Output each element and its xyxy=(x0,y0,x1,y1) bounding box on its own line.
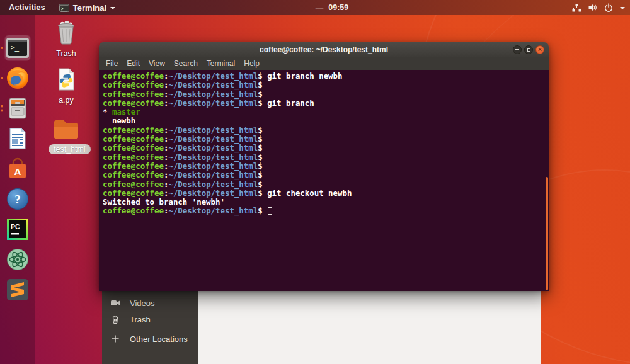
terminal-cursor xyxy=(268,207,272,215)
minimize-button[interactable] xyxy=(513,45,522,54)
terminal-line: * master xyxy=(103,108,549,117)
menu-edit[interactable]: Edit xyxy=(122,57,144,70)
close-icon: ✕ xyxy=(537,47,542,53)
folder-icon xyxy=(52,117,81,140)
sublime-text-icon xyxy=(6,278,30,302)
libreoffice-writer-icon xyxy=(6,127,30,151)
clock-button[interactable]: — 09:59 xyxy=(316,3,348,12)
terminal-line: coffee@coffee:~/Desktop/test_html$ xyxy=(103,135,549,144)
terminal-line: coffee@coffee:~/Desktop/test_html$ xyxy=(103,81,549,89)
dock: >_ xyxy=(0,15,35,364)
terminal-line: coffee@coffee:~/Desktop/test_html$ xyxy=(103,162,549,171)
ubuntu-software-icon: A xyxy=(6,157,30,181)
terminal-window: coffee@coffee: ~/Desktop/test_html ✕ Fil… xyxy=(99,42,549,291)
svg-text:A: A xyxy=(14,166,21,177)
pycharm-icon: PC xyxy=(6,217,30,241)
maximize-button[interactable] xyxy=(524,45,533,54)
terminal-line: newbh xyxy=(103,117,549,125)
atom-icon xyxy=(6,247,30,271)
app-menu-button[interactable]: Terminal xyxy=(54,0,120,15)
desktop-icon-trash[interactable]: Trash xyxy=(49,19,84,58)
help-icon: ? xyxy=(6,187,30,211)
menu-terminal[interactable]: Terminal xyxy=(202,57,239,70)
files-sidebar: Videos Trash Other Locations xyxy=(102,286,198,364)
terminal-line: coffee@coffee:~/Desktop/test_html$ xyxy=(103,207,549,215)
system-status-area[interactable] xyxy=(572,0,625,15)
notification-indicator: — xyxy=(316,3,324,12)
menu-view[interactable]: View xyxy=(144,57,169,70)
desktop-icon-test-html[interactable]: test_html xyxy=(49,117,84,154)
python-file-icon xyxy=(54,67,79,92)
dock-item-libreoffice-writer[interactable] xyxy=(5,126,30,151)
network-icon xyxy=(572,4,581,12)
menu-help[interactable]: Help xyxy=(239,57,264,70)
app-menu-label: Terminal xyxy=(73,3,106,13)
chevron-down-icon xyxy=(620,7,625,9)
desktop-icon-label: Trash xyxy=(49,49,84,58)
running-indicator xyxy=(1,47,3,49)
dock-item-sublime-text[interactable] xyxy=(5,277,30,302)
terminal-line: coffee@coffee:~/Desktop/test_html$ xyxy=(103,180,549,189)
dock-item-firefox[interactable] xyxy=(5,65,30,91)
running-indicator xyxy=(1,105,3,112)
maximize-icon xyxy=(527,48,530,52)
desktop-icon-label: test_html xyxy=(49,144,91,154)
svg-text:PC: PC xyxy=(11,223,20,230)
sidebar-item-label: Other Locations xyxy=(130,334,188,344)
power-icon xyxy=(604,3,613,12)
svg-text:?: ? xyxy=(14,193,21,206)
sidebar-item-label: Videos xyxy=(130,299,155,308)
sidebar-item-label: Trash xyxy=(130,315,151,324)
terminal-line: coffee@coffee:~/Desktop/test_html$ xyxy=(103,153,549,162)
terminal-line: coffee@coffee:~/Desktop/test_html$ xyxy=(103,171,549,179)
window-title: coffee@coffee: ~/Desktop/test_html xyxy=(260,45,388,54)
terminal-line: coffee@coffee:~/Desktop/test_html$ xyxy=(103,144,549,152)
sidebar-item-videos[interactable]: Videos xyxy=(102,295,198,311)
terminal-menubar: File Edit View Search Terminal Help xyxy=(99,57,549,70)
desktop-icon-label: a.py xyxy=(49,96,84,105)
running-indicator xyxy=(1,77,3,79)
dock-item-terminal[interactable]: >_ xyxy=(5,35,30,60)
terminal-line: coffee@coffee:~/Desktop/test_html$ xyxy=(103,126,549,135)
clock-label: 09:59 xyxy=(328,3,348,12)
terminal-mini-icon xyxy=(59,4,69,12)
menu-search[interactable]: Search xyxy=(169,57,202,70)
menu-file[interactable]: File xyxy=(101,57,122,70)
terminal-app-icon: >_ xyxy=(6,36,30,60)
sidebar-item-other-locations[interactable]: Other Locations xyxy=(102,331,198,347)
files-content-area[interactable] xyxy=(198,286,541,364)
svg-text:>_: >_ xyxy=(11,43,20,52)
activities-button[interactable]: Activities xyxy=(0,0,54,15)
firefox-icon xyxy=(6,66,30,90)
terminal-titlebar[interactable]: coffee@coffee: ~/Desktop/test_html ✕ xyxy=(99,42,549,57)
trash-full-icon xyxy=(54,19,79,45)
volume-icon xyxy=(588,4,597,11)
dock-item-atom[interactable] xyxy=(5,247,30,272)
terminal-output[interactable]: coffee@coffee:~/Desktop/test_html$ git b… xyxy=(99,70,549,291)
plus-icon xyxy=(110,334,120,344)
dock-item-help[interactable]: ? xyxy=(5,186,30,212)
desktop-icon-apy[interactable]: a.py xyxy=(49,67,84,105)
terminal-scrollbar[interactable] xyxy=(546,177,548,290)
dock-item-ubuntu-software[interactable]: A xyxy=(5,156,30,181)
terminal-line: coffee@coffee:~/Desktop/test_html$ git c… xyxy=(103,189,549,198)
terminal-line: coffee@coffee:~/Desktop/test_html$ git b… xyxy=(103,99,549,108)
sidebar-item-trash[interactable]: Trash xyxy=(102,311,198,327)
trash-icon xyxy=(110,314,120,324)
terminal-line: coffee@coffee:~/Desktop/test_html$ xyxy=(103,90,549,99)
close-button[interactable]: ✕ xyxy=(536,45,544,54)
chevron-down-icon xyxy=(110,7,115,9)
files-window: Videos Trash Other Locations xyxy=(102,286,541,364)
dock-item-files[interactable] xyxy=(5,96,30,121)
terminal-line: coffee@coffee:~/Desktop/test_html$ git b… xyxy=(103,72,549,81)
file-manager-icon xyxy=(6,96,30,120)
minimize-icon xyxy=(515,49,519,50)
terminal-line: Switched to branch 'newbh' xyxy=(103,198,549,207)
dock-item-pycharm[interactable]: PC xyxy=(5,217,30,242)
video-icon xyxy=(110,298,120,308)
top-bar: Activities Terminal — 09:59 xyxy=(0,0,630,15)
